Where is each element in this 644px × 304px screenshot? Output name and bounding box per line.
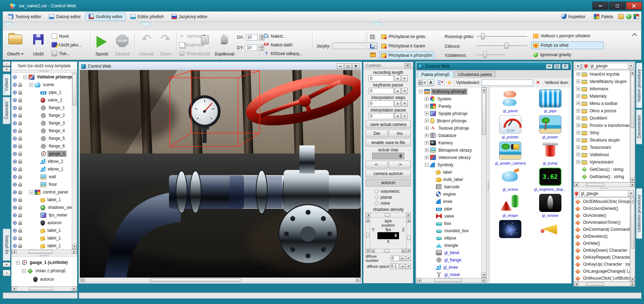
lock-icon[interactable] [18,84,22,87]
eye-icon[interactable] [13,90,17,95]
expander-icon[interactable] [576,131,580,135]
library-tree-item[interactable]: Vektorové obrazy [416,154,481,161]
save-camera-button[interactable]: save actual camera [366,121,411,128]
events-instrument-selector[interactable]: gl_gauge [579,190,634,197]
eye-icon[interactable] [13,182,17,187]
tab-alignment[interactable]: Zarovnávání [636,109,642,144]
palette-icon-cell[interactable]: gl_scene [490,168,530,192]
dy-input[interactable]: 10 [245,45,257,51]
library-tree-item[interactable]: Systém [416,95,481,102]
search-input[interactable] [482,79,533,86]
expander-icon[interactable] [576,123,580,127]
eye-icon[interactable] [13,159,17,164]
event-item[interactable]: OnKeyRepeat( Character : lo [574,254,630,261]
tree-item[interactable]: flange_1 [12,104,72,112]
library-tree-item[interactable]: Spojité přístroje [416,110,481,117]
tree-hscrollbar[interactable] [12,249,77,254]
palette-icon-cell[interactable]: 22.16 gl_pointer [490,115,530,139]
library-tree-item[interactable]: valve [416,212,481,220]
scroll-down-button[interactable] [3,67,10,72]
viewport-minimize-button[interactable] [337,63,344,69]
lock-icon[interactable] [18,92,22,94]
step-up-button[interactable] [394,113,401,119]
call-tree-item[interactable]: Volán z přístrojů [12,267,77,275]
eye-icon[interactable] [13,113,17,118]
expander-icon[interactable] [425,148,429,152]
call-tree-item[interactable]: gauge_1 (s,infinite) [12,258,77,267]
palette-maximize-button[interactable] [554,64,561,69]
3d-scene[interactable] [80,70,361,278]
eye-icon[interactable] [13,236,17,241]
viewport-maximize-button[interactable] [345,63,352,69]
property-group-item[interactable]: Viditelnost [574,151,630,158]
tab-user-palette[interactable]: Uživatelská paleta [454,71,496,78]
event-item[interactable]: OnKeyUp( Character : long ) [574,261,630,268]
eye-icon[interactable] [13,213,17,218]
tree-item[interactable]: elbow_1 [12,165,72,173]
tree-item[interactable]: flange_6 [12,142,72,150]
controls-title-bar[interactable]: Controls [363,62,413,69]
expander-icon[interactable] [23,75,27,79]
expander-icon[interactable] [576,79,580,83]
eye-icon[interactable] [13,205,17,210]
property-group-item[interactable]: Vykreslování [574,158,630,166]
palette-icon-cell[interactable] [490,220,530,244]
tree-item[interactable]: scene [12,81,72,89]
lock-icon[interactable] [18,230,22,233]
eye-icon[interactable] [13,198,17,202]
palette-splitter[interactable] [487,87,490,283]
lock-icon[interactable] [18,176,22,179]
viewport-hscrollbar[interactable] [80,278,361,282]
tree-item[interactable]: label_1 [12,227,72,234]
cross-refs-button[interactable]: ?Křížové odkazy... [263,51,302,56]
palette-close-button[interactable] [562,64,569,69]
expander-icon[interactable] [576,87,580,91]
snap-to-grid-button[interactable]: Přichytávat ke gridu [379,33,427,40]
property-group-item[interactable]: Stíny [574,129,630,136]
sensitivity-slider[interactable] [477,42,527,49]
expander-icon[interactable] [425,119,429,123]
folder-icon[interactable] [618,14,624,19]
lock-icon[interactable] [18,245,22,248]
find-next-button[interactable]: ABNalézt další [263,42,293,47]
expander-icon[interactable] [29,190,33,194]
lock-icon[interactable] [18,161,22,164]
library-tree-item[interactable]: Textové přístroje [416,124,481,132]
editor-mode-button[interactable]: Grafický editor [85,13,126,21]
eye-icon[interactable] [13,244,17,248]
property-group-item[interactable]: Menu a toolbar [574,100,630,107]
palette-icon-cell[interactable]: gl_shape [490,194,530,218]
step-up-button[interactable] [394,100,401,107]
event-item[interactable]: OnHide() [574,240,630,247]
tree-item[interactable]: flange_4 [12,127,72,135]
scroll-up-button[interactable] [3,61,10,66]
tree-item[interactable]: shadows_switch [12,204,72,211]
lock-icon[interactable] [18,168,22,171]
palette-icon-cell[interactable] [530,220,570,244]
property-group-item[interactable]: Struktura skupin [574,136,630,144]
tree-item[interactable]: flange_3 [12,119,72,127]
eye-icon[interactable] [13,98,17,102]
library-tree-item[interactable]: barcode [416,183,481,190]
pin-icon[interactable] [575,192,578,195]
radio-option[interactable]: none [366,200,411,206]
save-as-button[interactable]: Uložit jako... [52,42,82,47]
expander-icon[interactable] [576,94,580,98]
groups-vscrollbar[interactable] [630,70,635,182]
duplicate-button[interactable]: Duplikovat [213,31,236,58]
expander-icon[interactable] [576,109,580,113]
lock-icon[interactable] [18,214,22,217]
lock-icon[interactable] [18,184,22,187]
expander-icon[interactable] [425,163,429,167]
library-tree-item[interactable]: gl_bend [416,249,481,256]
redo-button[interactable]: ↷ Znovu [157,31,174,58]
eye-icon[interactable] [13,190,17,195]
snap-to-instruments-button[interactable]: Přichytávat k přístrojům [379,52,434,59]
splitter[interactable] [12,254,77,257]
step-down-button[interactable] [401,113,408,119]
event-item[interactable]: OnCommand( Command : lon [574,226,630,233]
eye-icon[interactable] [13,75,17,79]
expander-icon[interactable] [425,126,429,130]
eye-icon[interactable] [13,221,17,225]
light-x-scrollbar[interactable] [370,249,406,253]
